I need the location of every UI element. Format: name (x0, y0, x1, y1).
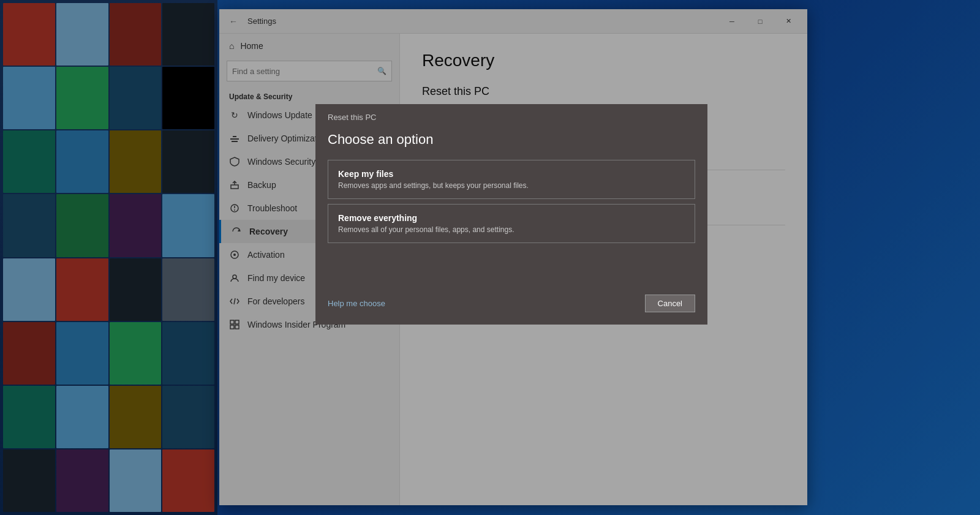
dialog-footer: Help me choose Cancel (315, 280, 707, 325)
dialog-header: Reset this PC (315, 104, 707, 127)
cancel-button[interactable]: Cancel (645, 295, 695, 312)
remove-everything-description: Removes all of your personal files, apps… (338, 225, 685, 234)
remove-everything-option[interactable]: Remove everything Removes all of your pe… (328, 204, 695, 243)
dialog-title: Choose an option (315, 127, 707, 160)
keep-files-description: Removes apps and settings, but keeps you… (338, 181, 685, 190)
keep-files-title: Keep my files (338, 169, 685, 179)
dialog-options: Keep my files Removes apps and settings,… (315, 160, 707, 243)
keep-files-option[interactable]: Keep my files Removes apps and settings,… (328, 160, 695, 199)
help-me-choose-link[interactable]: Help me choose (328, 299, 385, 308)
remove-everything-title: Remove everything (338, 213, 685, 223)
reset-dialog: Reset this PC Choose an option Keep my f… (315, 104, 707, 325)
